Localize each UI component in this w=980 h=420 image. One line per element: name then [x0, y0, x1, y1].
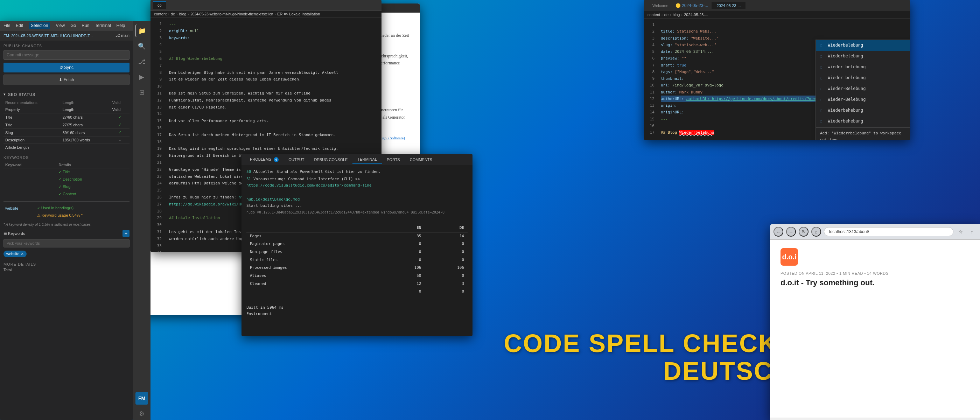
- keyword-search-input[interactable]: [3, 239, 129, 247]
- extensions-icon[interactable]: ⊞: [135, 86, 148, 99]
- code-line: [169, 41, 379, 48]
- suggestion-action-0[interactable]: Add: "Wiederrbe1ebung" to workspace sett…: [816, 129, 910, 140]
- cli-link[interactable]: https://code.visualstudio.com/docs/edito…: [247, 183, 372, 188]
- add-keyword-button[interactable]: +: [123, 230, 129, 237]
- menu-edit[interactable]: Edit: [16, 23, 23, 28]
- source-control-icon[interactable]: ⎇: [135, 55, 148, 68]
- active-file-tab[interactable]: 2024-05-23-...: [711, 2, 746, 9]
- fetch-button[interactable]: ⬇ Fetch: [3, 75, 129, 85]
- code-line: [169, 125, 379, 132]
- prop-title2: Title: [3, 121, 61, 129]
- browser-back-button[interactable]: ←: [773, 227, 783, 237]
- menu-help[interactable]: Help: [116, 23, 125, 28]
- browser-url-bar[interactable]: localhost:1313/about/: [824, 227, 953, 236]
- suggestion-item-7[interactable]: ⬚ Wiederbehebung: [816, 116, 910, 127]
- browser-logo: d.o.i: [781, 248, 798, 266]
- table-row: Non-page files 0 0: [247, 248, 468, 256]
- empty-label: [247, 288, 382, 296]
- welcome-tab[interactable]: Welcome: [648, 2, 673, 9]
- commit-input[interactable]: [3, 50, 129, 60]
- table-row: Slug 39/160 chars ✓: [3, 129, 129, 137]
- total-row: Total: [3, 268, 129, 272]
- prop-title1: Title: [3, 113, 61, 121]
- kw-description: ✓ Description: [57, 176, 129, 183]
- menu-selection[interactable]: Selection: [29, 22, 50, 29]
- suggestion-item-4[interactable]: ⬚ wieder-Belebung: [816, 83, 910, 94]
- code-line: [169, 111, 379, 118]
- tag-remove-button[interactable]: ✕: [21, 251, 24, 256]
- vsbc-blog: blog: [673, 13, 680, 17]
- suggestion-item-0[interactable]: ⬚ Wiederbelebung: [816, 40, 910, 51]
- bookmark-icon[interactable]: ☆: [956, 227, 965, 236]
- code-line: Das Setup ist durch meinen Hintergrund i…: [169, 132, 379, 138]
- term-env: Environment: [247, 311, 468, 317]
- article-valid: [111, 144, 129, 151]
- menu-view[interactable]: View: [56, 23, 65, 28]
- share-icon[interactable]: ↑: [967, 227, 977, 236]
- empty-en: 0: [382, 288, 425, 296]
- kw-empty: [3, 169, 57, 176]
- aliases-en: 50: [382, 272, 425, 280]
- explorer-icon[interactable]: 📁: [135, 24, 148, 37]
- suggestion-item-1[interactable]: ⬚ Wiederbelebung: [816, 51, 910, 62]
- suggestion-label-2: wieder-belebung: [828, 64, 865, 71]
- slug-valid: ✓: [111, 129, 129, 137]
- fm-icon[interactable]: FM: [135, 392, 148, 405]
- cleaned-de: 3: [425, 280, 468, 288]
- search-icon[interactable]: 🔍: [135, 40, 148, 52]
- suggestion-item-6[interactable]: ⬚ Wiederbehebung: [816, 105, 910, 116]
- build-stats-table: EN DE Pages 35 14 Paginator pages 0 0 No…: [247, 224, 468, 296]
- debug-console-tab[interactable]: DEBUG CONSOLE: [309, 155, 352, 164]
- code-line: Funktionalität, Mehrsprachigkeit, einfac…: [169, 97, 379, 104]
- kw-content: ✓ Content: [57, 190, 129, 198]
- bc-content: content: [154, 12, 167, 16]
- table-row: Aliases 50 0: [247, 272, 468, 280]
- table-row: Description 185/1760 words -: [3, 137, 129, 144]
- code-line: ---: [661, 21, 907, 28]
- browser-home-button[interactable]: ⌂: [811, 227, 821, 237]
- term-text1: Aktueller Stand als PowerShell Gist ist …: [253, 169, 381, 174]
- suggestion-icon-7: ⬚: [820, 118, 825, 125]
- run-icon[interactable]: ▶: [135, 71, 148, 83]
- menu-terminal[interactable]: Terminal: [95, 23, 111, 28]
- code-line: [169, 48, 379, 55]
- suggestion-icon-1: ⬚: [820, 53, 825, 59]
- kw-empty3: [3, 183, 57, 190]
- suggestion-item-3[interactable]: ⬚ Wieder-belebung: [816, 72, 910, 83]
- editor-tab[interactable]: co: [153, 2, 166, 9]
- table-row: 0 0: [247, 288, 468, 296]
- terminal-tab[interactable]: TERMINAL: [352, 155, 382, 164]
- term-path2: 51: [247, 177, 253, 181]
- empty-de: 0: [425, 288, 468, 296]
- website-usage: ⚠ Keyword usage 0.54% *: [35, 212, 129, 219]
- website-keyword-tag[interactable]: website ✕: [3, 251, 27, 257]
- suggestion-item-5[interactable]: ⬚ Wieder-Belebung: [816, 94, 910, 105]
- kw-col-details: Details: [57, 162, 129, 169]
- menu-run[interactable]: Run: [81, 23, 89, 28]
- problems-tab[interactable]: PROBLEMS 6: [245, 155, 283, 164]
- suggestion-item-2[interactable]: ⬚ wieder-belebung: [816, 62, 910, 72]
- table-row: Paginator pages 0 0: [247, 240, 468, 248]
- aliases-label: Aliases: [247, 272, 382, 280]
- code-line: [169, 138, 379, 146]
- keywords-section: Keywords Keyword Details ✓ Title ✓ De: [3, 155, 129, 272]
- ports-tab[interactable]: PORTS: [382, 155, 405, 164]
- browser-forward-button[interactable]: →: [786, 227, 796, 237]
- browser-refresh-button[interactable]: ↻: [799, 227, 808, 237]
- processed-label: Processed images: [247, 264, 382, 272]
- bc-sep2: ›: [177, 12, 178, 16]
- menu-go[interactable]: Go: [70, 23, 76, 28]
- settings-icon[interactable]: ⚙: [135, 407, 148, 420]
- output-tab[interactable]: OUTPUT: [283, 155, 309, 164]
- kw-slug: ✓ Slug: [57, 183, 129, 190]
- menu-file[interactable]: File: [3, 23, 10, 28]
- comments-tab[interactable]: COMMENTS: [405, 155, 437, 164]
- sync-button[interactable]: ↺ Sync: [3, 63, 129, 72]
- code-line: ---: [169, 21, 379, 28]
- col-length: Length: [61, 99, 111, 106]
- editor-breadcrumb: content › de › blog › 2024-05-23-website…: [151, 11, 382, 18]
- terminal-topbar: PROBLEMS 6 OUTPUT DEBUG CONSOLE TERMINAL…: [242, 154, 473, 165]
- suggestion-icon-2: ⬚: [820, 64, 825, 70]
- term-mod-path: hub.io\doit\Blog\go.mod: [247, 197, 300, 202]
- code-line: keywords:: [169, 35, 379, 41]
